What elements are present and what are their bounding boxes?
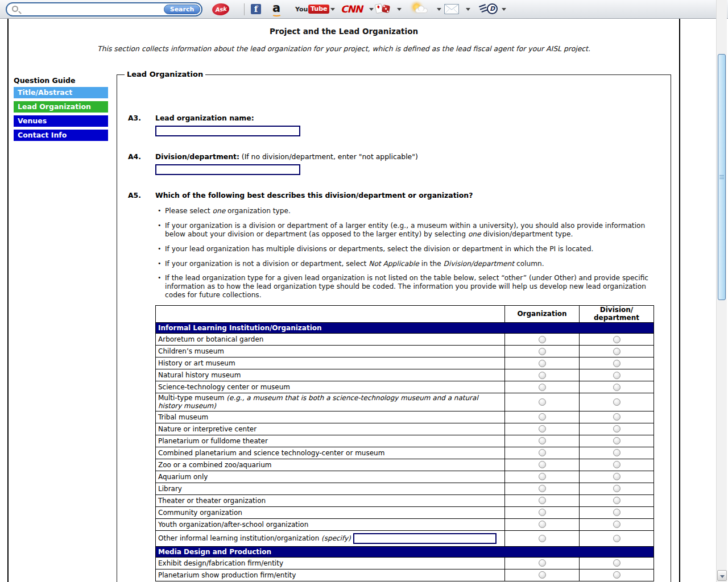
radio-organization[interactable] — [539, 497, 546, 504]
radio-division-department-cell — [580, 423, 654, 435]
mail-dropdown-icon[interactable] — [466, 8, 470, 11]
ask-icon[interactable]: Ask — [212, 2, 230, 16]
row-label: Other informal learning institution/orga… — [156, 530, 505, 546]
radio-division-department-cell — [580, 393, 654, 411]
radio-division-department[interactable] — [613, 425, 621, 433]
a5-bullet-item: •If your organization is a division or d… — [158, 222, 651, 239]
sidebar-item-venues[interactable]: Venues — [14, 115, 108, 127]
radio-organization[interactable] — [539, 384, 546, 391]
radio-organization[interactable] — [539, 348, 546, 355]
radio-organization[interactable] — [539, 398, 546, 406]
radio-organization[interactable] — [539, 485, 546, 492]
section-title: Informal Learning Institution/Organizati… — [156, 323, 654, 334]
table-row: History or art museum — [156, 357, 654, 369]
row-label: Library — [156, 483, 505, 494]
toolbar-separator — [244, 3, 245, 15]
radio-organization[interactable] — [539, 461, 546, 468]
table-row: Youth organization/after-school organiza… — [156, 518, 654, 530]
division-department-input[interactable] — [155, 164, 300, 175]
radio-organization[interactable] — [539, 437, 546, 444]
radio-division-department[interactable] — [613, 521, 621, 528]
radio-organization-cell — [505, 569, 580, 581]
radio-division-department-cell — [580, 435, 654, 447]
row-label: Zoo or a combined zoo/aquarium — [156, 459, 505, 471]
row-label: Tribal museum — [156, 411, 505, 423]
radio-organization[interactable] — [539, 521, 546, 528]
question-guide: Question Guide Title/AbstractLead Organi… — [14, 76, 108, 144]
search-input[interactable] — [22, 5, 161, 14]
radio-division-department[interactable] — [613, 449, 621, 456]
radio-division-department-cell — [580, 411, 654, 423]
radio-division-department[interactable] — [613, 384, 621, 391]
search-bar[interactable]: Search — [6, 2, 202, 16]
cloud-icon — [415, 8, 428, 13]
radio-division-department[interactable] — [613, 413, 621, 421]
radio-division-department[interactable] — [613, 485, 621, 492]
sidebar-item-lead-organization[interactable]: Lead Organization — [14, 101, 108, 113]
row-label: Theater or theater organization — [156, 494, 505, 506]
radio-division-department[interactable] — [613, 509, 621, 516]
row-label: Science-technology center or museum — [156, 381, 505, 393]
radio-division-department-cell — [580, 369, 654, 381]
radio-division-department[interactable] — [613, 571, 621, 579]
radio-division-department[interactable] — [613, 559, 621, 567]
youtube-dropdown-icon[interactable] — [330, 8, 335, 11]
table-section-row: Media Design and Production — [156, 546, 654, 557]
radio-organization[interactable] — [539, 509, 546, 516]
radio-organization[interactable] — [539, 360, 546, 367]
search-icon — [12, 6, 18, 12]
radio-organization[interactable] — [539, 425, 546, 433]
radio-organization[interactable] — [539, 372, 546, 379]
radio-organization[interactable] — [539, 413, 546, 421]
radio-division-department[interactable] — [613, 437, 621, 444]
sidebar-item-title-abstract[interactable]: Title/Abstract — [14, 87, 108, 98]
mail-icon[interactable] — [444, 0, 471, 19]
radio-division-department[interactable] — [613, 473, 621, 480]
table-row: Zoo or a combined zoo/aquarium — [156, 459, 654, 471]
section-title: Media Design and Production — [156, 546, 654, 557]
scroll-down-button[interactable] — [717, 570, 727, 581]
radio-division-department[interactable] — [613, 348, 621, 355]
radio-organization[interactable] — [539, 571, 546, 579]
dogpile-dropdown-icon[interactable] — [502, 8, 506, 11]
radio-division-department-cell — [580, 447, 654, 459]
radio-division-department-cell — [580, 334, 654, 346]
table-row: Nature or interpretive center — [156, 423, 654, 435]
dogpile-icon[interactable]: D — [479, 0, 506, 19]
radio-division-department[interactable] — [613, 461, 621, 468]
radio-division-department[interactable] — [613, 336, 621, 343]
cards-dice-icon[interactable]: ♦ — [375, 0, 403, 19]
row-label: Natural history museum — [156, 369, 505, 381]
browser-toolbar: Search Ask f a You Tube CNN ♦ — [0, 0, 728, 19]
games-dropdown-icon[interactable] — [397, 8, 402, 11]
cnn-icon[interactable]: CNN — [341, 0, 374, 19]
radio-organization-cell — [505, 334, 580, 346]
page-left-border — [7, 19, 9, 582]
lead-organization-name-input[interactable] — [155, 126, 300, 136]
row-label: Multi-type museum (e.g., a museum that i… — [156, 393, 505, 411]
radio-division-department[interactable] — [613, 360, 621, 367]
cnn-dropdown-icon[interactable] — [369, 8, 374, 11]
radio-division-department[interactable] — [613, 497, 621, 504]
weather-dropdown-icon[interactable] — [437, 8, 441, 11]
scrollbar-thumb[interactable] — [718, 54, 726, 300]
bullet-dot: • — [158, 274, 165, 300]
header-organization: Organization — [505, 306, 580, 323]
lead-organization-fieldset: Lead Organization A3. Lead organization … — [117, 74, 671, 582]
other-specify-input[interactable] — [353, 533, 497, 544]
vertical-scrollbar[interactable] — [716, 0, 727, 582]
radio-division-department[interactable] — [613, 372, 621, 379]
radio-organization[interactable] — [539, 336, 546, 343]
youtube-icon[interactable]: You Tube — [295, 0, 334, 19]
search-button[interactable]: Search — [164, 5, 200, 14]
radio-organization[interactable] — [539, 449, 546, 456]
sidebar-item-contact-info[interactable]: Contact Info — [14, 130, 108, 141]
radio-division-department[interactable] — [613, 398, 621, 406]
question-a4-hint: (If no division/department, enter "not a… — [239, 152, 418, 161]
radio-division-department[interactable] — [613, 535, 621, 542]
radio-organization[interactable] — [539, 473, 546, 480]
radio-division-department-cell — [580, 530, 654, 546]
radio-organization[interactable] — [539, 559, 546, 567]
weather-icon[interactable] — [412, 0, 442, 19]
radio-organization[interactable] — [539, 535, 546, 542]
